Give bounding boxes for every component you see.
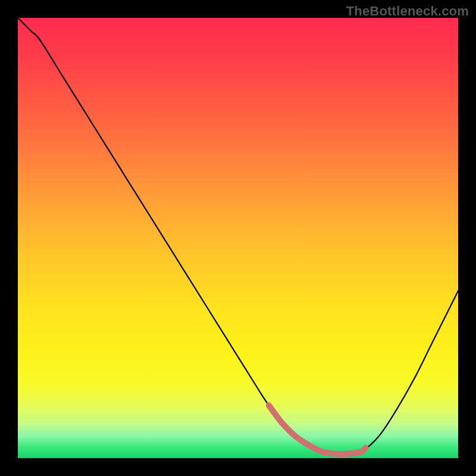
chart-container: TheBottleneck.com <box>0 0 476 476</box>
watermark-text: TheBottleneck.com <box>346 4 469 19</box>
plot-area <box>18 18 458 458</box>
highlight-layer <box>18 18 458 458</box>
highlight-segment <box>269 405 366 454</box>
